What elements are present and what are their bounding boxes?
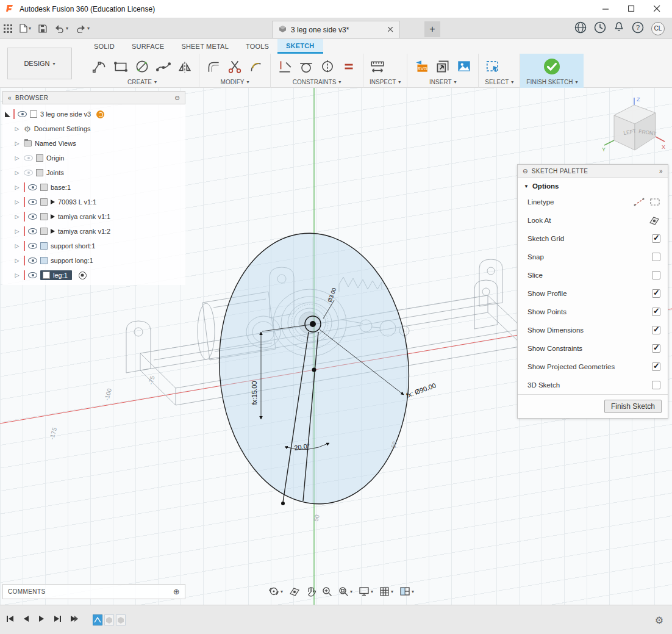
document-tab[interactable]: 3 leg one side v3*: [272, 21, 400, 38]
row-label[interactable]: Joints: [46, 169, 64, 176]
browser-root-row[interactable]: 3 leg one side v3: [2, 107, 185, 121]
insert-canvas-icon[interactable]: [456, 59, 472, 74]
help-icon[interactable]: ?: [632, 21, 644, 36]
activate-component-radio[interactable]: [79, 272, 87, 279]
row-label[interactable]: support short:1: [51, 242, 95, 250]
close-button[interactable]: [646, 2, 667, 16]
measure-tool-icon[interactable]: [370, 59, 385, 74]
model-canvas[interactable]: fx: Ø90.00 fx:15.00 20.0° Ø3.00 -175 -10…: [0, 88, 672, 605]
tab-sheet-metal[interactable]: SHEET METAL: [173, 39, 237, 54]
create-group-label[interactable]: CREATE▾: [91, 77, 193, 86]
app-grid-icon[interactable]: [4, 24, 12, 33]
3d-sketch-checkbox[interactable]: [652, 381, 660, 389]
row-label[interactable]: Origin: [46, 154, 64, 162]
row-label[interactable]: Document Settings: [34, 125, 91, 132]
spline-tool-icon[interactable]: [155, 59, 171, 74]
visibility-eye-icon[interactable]: [28, 228, 37, 234]
offset-tool-icon[interactable]: [248, 59, 264, 74]
visibility-eye-icon[interactable]: [28, 199, 37, 205]
expand-arrow-icon[interactable]: ▷: [13, 228, 21, 234]
show-points-checkbox[interactable]: [652, 308, 660, 316]
row-label[interactable]: tamiya crank v1:1: [58, 213, 110, 220]
job-status-icon[interactable]: [594, 21, 606, 36]
go-to-start-button[interactable]: [6, 614, 15, 625]
tab-surface[interactable]: SURFACE: [123, 39, 173, 54]
viewports-icon[interactable]: ▾: [399, 586, 414, 596]
line-tool-icon[interactable]: [91, 59, 107, 74]
visibility-eye-icon[interactable]: [28, 214, 37, 220]
zoom-icon[interactable]: [322, 586, 332, 597]
expand-arrow-icon[interactable]: ▷: [13, 199, 21, 205]
new-tab-button[interactable]: +: [424, 21, 440, 37]
modify-group-label[interactable]: MODIFY▾: [206, 77, 264, 86]
inspect-group-label[interactable]: INSPECT▾: [370, 77, 401, 86]
browser-row-tamiya-crank-1[interactable]: ▷ tamiya crank v1:1: [2, 209, 185, 224]
root-label[interactable]: 3 leg one side v3: [40, 110, 91, 118]
minimize-button[interactable]: [595, 2, 616, 16]
browser-row-support-short[interactable]: ▷ support short:1: [2, 239, 185, 253]
update-badge-icon[interactable]: [96, 110, 104, 118]
look-at-nav-icon[interactable]: [289, 586, 300, 596]
browser-header[interactable]: « BROWSER ⊖: [2, 91, 185, 104]
snap-checkbox[interactable]: [652, 253, 660, 261]
tab-solid[interactable]: SOLID: [85, 39, 123, 54]
save-icon[interactable]: [38, 24, 47, 33]
tangent-constraint-icon[interactable]: [298, 59, 314, 74]
trim-scissors-icon[interactable]: [227, 59, 243, 74]
workspace-selector[interactable]: DESIGN ▾: [7, 48, 72, 79]
expand-arrow-icon[interactable]: ▷: [13, 155, 21, 161]
finish-sketch-check-icon[interactable]: [543, 57, 561, 76]
grid-display-icon[interactable]: ▾: [379, 586, 393, 597]
timeline-component-marker[interactable]: [104, 614, 114, 625]
browser-row-named-views[interactable]: ▷ Named Views: [2, 136, 185, 151]
circle-minus-icon[interactable]: ⊖: [174, 95, 180, 101]
mirror-tool-icon[interactable]: [177, 59, 193, 74]
finish-sketch-button[interactable]: Finish Sketch: [604, 400, 662, 413]
show-dimensions-checkbox[interactable]: [652, 326, 660, 334]
leg-end-point[interactable]: [281, 502, 285, 505]
constraints-group-label[interactable]: CONSTRAINTS▾: [277, 77, 357, 86]
redo-icon[interactable]: ▾: [76, 24, 90, 33]
tab-tools[interactable]: TOOLS: [237, 39, 277, 54]
profile-avatar[interactable]: CL: [651, 22, 665, 35]
fit-icon[interactable]: ▾: [338, 586, 352, 597]
equal-constraint-icon[interactable]: [341, 59, 357, 74]
construction-line-icon[interactable]: [634, 197, 645, 207]
expand-arrow-icon[interactable]: ▷: [13, 214, 21, 220]
file-menu-icon[interactable]: ▾: [20, 24, 31, 33]
browser-row-support-long[interactable]: ▷ support long:1: [2, 253, 185, 268]
visibility-eye-icon[interactable]: [24, 170, 33, 176]
expand-panel-icon[interactable]: »: [659, 168, 663, 175]
visibility-eye-icon[interactable]: [28, 243, 37, 249]
centerline-icon[interactable]: [649, 197, 660, 207]
timeline-component-marker[interactable]: [116, 614, 126, 625]
look-at-icon[interactable]: [648, 215, 660, 225]
show-profile-checkbox[interactable]: [652, 289, 660, 298]
undo-icon[interactable]: ▾: [54, 24, 68, 33]
sketch-profile[interactable]: [210, 227, 418, 511]
notifications-bell-icon[interactable]: [613, 21, 624, 35]
row-label[interactable]: leg:1: [53, 272, 68, 279]
browser-row-tamiya-crank-2[interactable]: ▷ tamiya crank v1:2: [2, 224, 185, 239]
select-window-icon[interactable]: [485, 59, 501, 74]
dimension-length-15[interactable]: fx:15.00: [251, 381, 258, 405]
in-canvas-handle-icon[interactable]: [5, 112, 10, 117]
circle-minus-icon[interactable]: ⊖: [523, 168, 528, 175]
row-label[interactable]: support long:1: [51, 257, 93, 264]
timeline-settings-gear-icon[interactable]: ⚙: [655, 614, 663, 625]
browser-row-joints[interactable]: ▷ Joints: [2, 165, 185, 180]
collapse-panel-icon[interactable]: «: [8, 95, 12, 101]
sketch-palette-header[interactable]: ⊖ SKETCH PALETTE »: [518, 165, 668, 178]
visibility-eye-icon[interactable]: [28, 272, 37, 278]
row-label[interactable]: 70093 L v1:1: [58, 198, 96, 206]
select-group-label[interactable]: SELECT▾: [485, 77, 513, 86]
go-to-end-button[interactable]: [70, 614, 79, 625]
browser-row-origin[interactable]: ▷ Origin: [2, 151, 185, 165]
view-cube[interactable]: Z Y X LEFT FRONT: [601, 95, 668, 156]
expand-arrow-icon[interactable]: ▷: [13, 184, 21, 190]
browser-row-document-settings[interactable]: ▷ ⚙ Document Settings: [2, 121, 185, 136]
row-label[interactable]: tamiya crank v1:2: [58, 228, 110, 235]
slice-checkbox[interactable]: [652, 271, 660, 279]
play-button[interactable]: [38, 614, 45, 625]
step-back-button[interactable]: [23, 614, 30, 625]
